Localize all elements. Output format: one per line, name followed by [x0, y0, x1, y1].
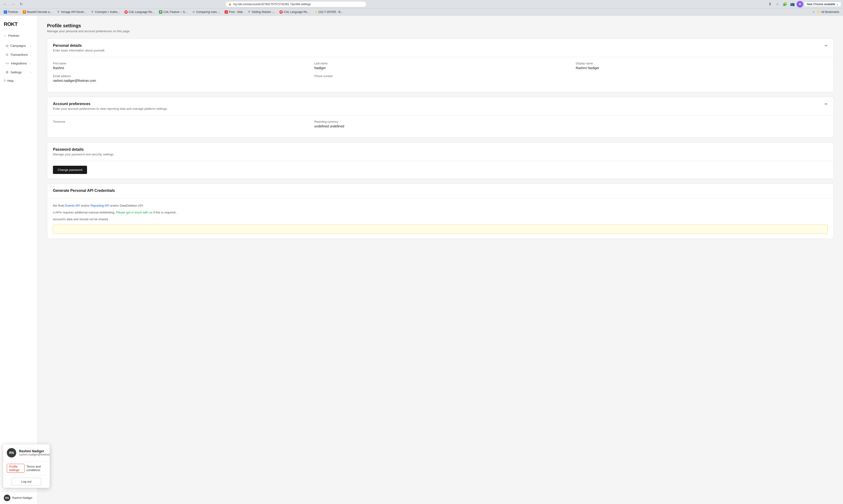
chevron-down-icon: ⌄ [30, 53, 32, 56]
reporting-currency-value: undefined undefined [314, 124, 566, 128]
new-chrome-label: New Chrome available [807, 3, 835, 6]
reporting-currency-field: Reporting currency undefined undefined [314, 120, 566, 128]
display-name-value: Rashmi Nadiger [576, 66, 828, 70]
sidebar-back-fivetran[interactable]: ← Fivetran [0, 32, 37, 39]
password-details-title: Password details [53, 147, 114, 151]
bookmark-label: Base64 Decode a... [27, 10, 52, 14]
bookmark-t267655[interactable]: ⚡ (10) T-267655 - B... [312, 10, 345, 14]
timezone-field: Timezone [53, 120, 305, 128]
bookmark-fivetran[interactable]: F Fivetran [2, 10, 20, 14]
new-chrome-button[interactable]: New Chrome available ⌄ [804, 2, 841, 7]
bookmark-base64[interactable]: B Base64 Decode a... [21, 10, 54, 14]
api-description-3: account's data and should not be shared. [53, 217, 828, 222]
popup-logout-section: Log out [3, 475, 50, 488]
email-value: rashmi.nadiger@fivetran.com [53, 79, 305, 83]
personal-details-header: Personal details Enter basic information… [47, 39, 833, 57]
comparing-favicon: ⊙ [192, 10, 195, 14]
bookmark-concepts[interactable]: V Concepts > Authe... [89, 10, 122, 14]
back-button[interactable]: ← [2, 1, 8, 7]
bookmark-feature[interactable]: ✚ ColL Feature -- S... [157, 10, 189, 14]
bookmark-all[interactable]: 📁 All Bookmarks [815, 10, 841, 14]
help-icon: ? [4, 79, 5, 83]
sidebar-item-campaigns[interactable]: ◎ Campaigns ⌄ [2, 41, 36, 50]
app-layout: ROKT ← Fivetran ◎ Campaigns ⌄ ⊙ Transact… [0, 16, 843, 504]
sidebar-item-integrations[interactable]: <> Integrations ⌄ [2, 59, 36, 68]
chevron-icon: ⌄ [836, 3, 839, 6]
sidebar-item-transactions[interactable]: ⊙ Transactions ⌄ [2, 50, 36, 59]
bookmark-getting-started[interactable]: V Getting Started -... [246, 10, 277, 14]
contact-us-link[interactable]: Please get in touch with us [116, 211, 153, 214]
sidebar-help[interactable]: ? Help [0, 77, 37, 85]
popup-terms-link[interactable]: Terms and conditions [27, 465, 46, 472]
last-name-label: Last name [314, 62, 566, 65]
help-label: Help [7, 79, 14, 83]
user-popup: RN Rashmi Nadiger rashmi.nadiger@fivetra… [3, 444, 50, 488]
sidebar-item-settings[interactable]: ⚙ Settings ⌄ [2, 68, 36, 76]
first-name-value: Rashmi [53, 66, 305, 70]
logo-text: ROKT [4, 21, 17, 27]
settings-icon: ⚙ [6, 70, 9, 74]
bookmarks-bar: F Fivetran B Base64 Decode a... V Vonage… [0, 8, 843, 16]
transactions-icon: ⊙ [6, 53, 8, 56]
popup-header: RN Rashmi Nadiger rashmi.nadiger@fivetra… [3, 444, 50, 462]
bookmark-label: Comparing main.... [196, 10, 220, 14]
api-credentials-card: Generate Personal API Credentials the Ro… [47, 184, 833, 239]
url-text: my.rokt.com/accounts/327641757572742361 … [233, 3, 311, 6]
coll1-favicon: ✚ [124, 10, 128, 14]
forward-button[interactable]: → [10, 1, 16, 7]
account-preferences-subtitle: Enter your account preferences to view r… [53, 107, 168, 110]
sidebar-user[interactable]: RN Rashmi Nadiger [0, 491, 37, 504]
personal-details-card: Personal details Enter basic information… [47, 39, 833, 92]
password-details-body: Change password [47, 161, 833, 179]
personal-details-body: First name Rashmi Last name Nadiger Disp… [47, 57, 833, 92]
bookmark-post-slab[interactable]: S Post - Slab [223, 10, 245, 14]
campaigns-icon: ◎ [6, 44, 8, 48]
reporting-api-link[interactable]: Reporting API [91, 204, 109, 207]
name-fields-row: First name Rashmi Last name Nadiger Disp… [53, 62, 828, 70]
feature-favicon: ✚ [159, 10, 162, 14]
popup-user-email: rashmi.nadiger@fivetran.com [19, 453, 50, 456]
bookmark-coll1[interactable]: ✚ ColL Language Re... [123, 10, 156, 14]
cast-button[interactable]: 📺 [789, 1, 796, 7]
chevron-down-icon: ⌄ [30, 62, 32, 65]
first-name-label: First name [53, 62, 305, 65]
popup-profile-settings-link[interactable]: Profile settings [7, 464, 24, 473]
email-field: Email address rashmi.nadiger@fivetran.co… [53, 74, 305, 83]
password-details-subtitle: Manage your password and security settin… [53, 152, 114, 156]
bookmark-vonage[interactable]: V Vonage API Devel... [55, 10, 88, 14]
bookmark-comparing[interactable]: ⊙ Comparing main.... [190, 10, 222, 14]
popup-links: Profile settings Terms and conditions [3, 462, 50, 475]
logout-button[interactable]: Log out [12, 478, 41, 485]
preferences-fields-row: Timezone Reporting currency undefined un… [53, 120, 828, 128]
profile-avatar[interactable]: R [797, 1, 803, 7]
account-preferences-body: Timezone Reporting currency undefined un… [47, 115, 833, 138]
refresh-button[interactable]: ↻ [18, 1, 24, 7]
change-password-button[interactable]: Change password [53, 166, 87, 174]
bookmark-coll2[interactable]: ✚ ColL Language Re... [278, 10, 312, 14]
personal-details-subtitle: Enter basic information about yourself. [53, 49, 105, 52]
logo: ROKT [0, 19, 37, 32]
address-bar[interactable]: 🔒 my.rokt.com/accounts/32764175757274236… [225, 1, 367, 7]
timezone-label: Timezone [53, 120, 305, 123]
personal-details-edit-button[interactable]: ✏ [825, 43, 828, 48]
chevron-down-icon: ⌄ [30, 44, 32, 47]
user-avatar: RN [4, 494, 10, 501]
browser-chrome: ← → ↻ 🔒 my.rokt.com/accounts/32764175757… [0, 0, 843, 8]
more-bookmarks[interactable]: » [813, 10, 814, 14]
account-preferences-title: Account preferences [53, 102, 168, 106]
screenshot-button[interactable]: ⬆ [767, 1, 773, 7]
lock-icon: 🔒 [228, 3, 232, 6]
events-api-link[interactable]: Events API [65, 204, 80, 207]
user-name-label: Rashmi Nadiger [12, 496, 33, 500]
bookmark-label: (10) T-267655 - B... [318, 10, 343, 14]
bookmark-button[interactable]: ☆ [774, 1, 781, 7]
email-label: Email address [53, 74, 305, 78]
personal-details-title: Personal details [53, 43, 105, 48]
slab-favicon: S [225, 10, 228, 14]
extensions-button[interactable]: 🧩 [781, 1, 788, 7]
settings-label: Settings [11, 71, 22, 74]
account-preferences-edit-button[interactable]: ✏ [825, 102, 828, 106]
popup-user-name: Rashmi Nadiger [19, 449, 50, 453]
getting-started-favicon: V [247, 10, 251, 14]
back-label: Fivetran [8, 34, 19, 37]
